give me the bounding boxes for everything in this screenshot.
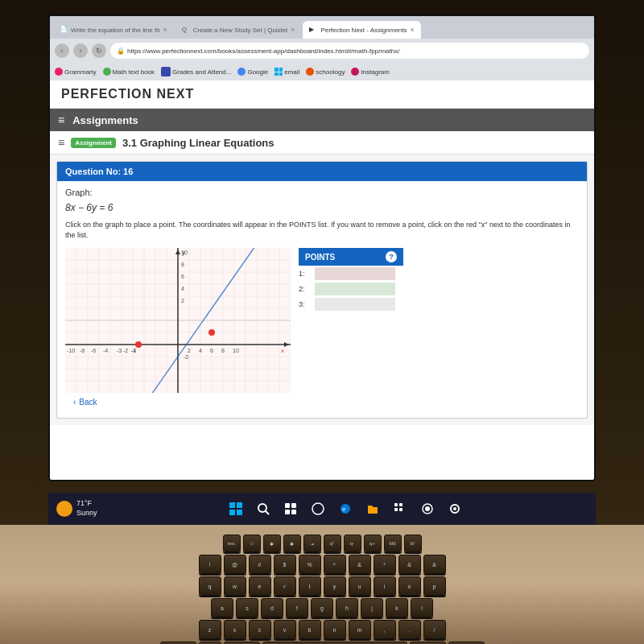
edge-taskbar-icon[interactable]: e (336, 500, 354, 518)
assignment-bar-menu-icon[interactable]: ≡ (58, 136, 64, 149)
bookmark-email-label: email (284, 68, 299, 76)
apps-taskbar-icon[interactable] (391, 500, 409, 518)
key-t[interactable]: t (299, 576, 321, 596)
key-m[interactable]: m (349, 620, 371, 639)
key-f[interactable]: f (286, 598, 308, 617)
points-help-button[interactable]: ? (386, 251, 397, 262)
key-z[interactable]: z (199, 620, 221, 639)
key-comma[interactable]: , (374, 620, 396, 639)
key-q[interactable]: q (199, 576, 221, 596)
key-slash[interactable]: / (423, 620, 446, 639)
key-l[interactable]: l (411, 598, 433, 617)
tab-1-close[interactable]: × (163, 26, 167, 34)
windows-email-icon (275, 68, 283, 76)
search-taskbar-icon[interactable] (254, 500, 272, 518)
key-e[interactable]: e (249, 576, 271, 596)
bookmark-grades[interactable]: Grades and Attend... (161, 67, 231, 76)
key-h[interactable]: h (336, 598, 358, 617)
tab-3-close[interactable]: × (411, 26, 415, 34)
svg-text:8: 8 (181, 262, 184, 267)
bookmark-email[interactable]: email (275, 68, 299, 76)
key-g[interactable]: g (311, 598, 333, 617)
key-j[interactable]: j (361, 598, 383, 617)
svg-text:8: 8 (221, 348, 225, 353)
tab-2[interactable]: Q Create a New Study Set | Quizlet × (175, 21, 302, 39)
key-s[interactable]: s (236, 598, 258, 617)
key-k[interactable]: k (386, 598, 408, 617)
key-y[interactable]: y (324, 576, 346, 596)
key-esc[interactable]: esc (223, 535, 241, 552)
key-a[interactable]: a (211, 598, 233, 617)
key-7[interactable]: * (374, 555, 396, 574)
svg-rect-72 (399, 503, 402, 506)
key-f4[interactable]: ⇥ (303, 535, 321, 552)
key-v[interactable]: v (274, 620, 296, 639)
forward-nav-button[interactable]: › (73, 43, 88, 58)
key-f7[interactable]: q+ (364, 535, 382, 552)
key-9[interactable]: & (423, 555, 446, 574)
svg-text:-10: -10 (67, 348, 75, 353)
key-backtick[interactable]: ! (199, 555, 221, 574)
tab-1[interactable]: 📄 Write the equation of the line th × (53, 21, 174, 39)
key-f9[interactable]: b/ (404, 535, 422, 552)
browser-taskbar-icon[interactable] (309, 500, 327, 518)
back-nav-button[interactable]: ‹ (55, 43, 69, 58)
key-f3[interactable]: ✱ (283, 535, 301, 552)
graph-wrapper[interactable]: y x -10 -8 -6 -4 -4 10 (65, 248, 291, 393)
key-n[interactable]: n (324, 620, 346, 639)
tab-3-active[interactable]: ▶ Perfection Next - Assignments × (303, 21, 420, 39)
refresh-button[interactable]: ↻ (92, 43, 106, 58)
graph-point-1[interactable] (135, 341, 142, 348)
task-view-icon[interactable] (282, 500, 299, 518)
question-number: Question No: 16 (65, 167, 133, 176)
bookmark-google[interactable]: Google (237, 68, 268, 76)
address-field[interactable]: 🔒 https://www.perfectionnext.com/books/a… (110, 43, 589, 59)
key-f5[interactable]: q° (324, 535, 341, 552)
key-f8[interactable]: ldd (384, 535, 402, 552)
key-2[interactable]: # (249, 555, 271, 574)
graph-svg[interactable]: y x -10 -8 -6 -4 -4 10 (65, 248, 291, 393)
key-b[interactable]: b (299, 620, 321, 639)
bookmark-grammarly[interactable]: Grammarly (55, 68, 97, 76)
point-1-input[interactable] (315, 267, 395, 280)
key-f1[interactable]: ☺ (243, 535, 261, 552)
tab-2-close[interactable]: × (291, 26, 295, 34)
taskbar: 71°F Sunny e (48, 493, 596, 525)
key-row-qwerty: q w e r t y u i o p (16, 576, 628, 596)
key-f6[interactable]: q- (344, 535, 361, 552)
bookmark-instagram[interactable]: Instagram (351, 68, 390, 76)
points-help-label: ? (389, 253, 394, 261)
key-6[interactable]: & (349, 555, 371, 574)
page-content: PERFECTION NEXT ≡ Assignments ≡ Assignme… (50, 80, 594, 425)
key-d[interactable]: d (261, 598, 283, 617)
key-row-fn: esc ☺ ✱ ✱ ⇥ q° q- q+ ldd b/ (16, 535, 628, 552)
bookmark-math-textbook[interactable]: Math text book (103, 68, 155, 76)
graph-point-2[interactable] (208, 329, 215, 336)
key-3[interactable]: $ (274, 555, 296, 574)
key-i[interactable]: i (374, 576, 396, 596)
key-f2[interactable]: ✱ (263, 535, 281, 552)
key-period[interactable]: . (398, 620, 421, 639)
key-w[interactable]: w (224, 576, 246, 596)
audio-taskbar-icon[interactable] (419, 500, 436, 518)
key-c[interactable]: c (249, 620, 271, 639)
back-link[interactable]: ‹ Back (65, 393, 579, 411)
windows-start-icon[interactable] (227, 500, 245, 518)
key-4[interactable]: % (299, 555, 321, 574)
taskbar-center: e (104, 500, 588, 518)
settings-taskbar-icon[interactable] (446, 500, 464, 518)
math-textbook-icon (103, 68, 111, 76)
key-r[interactable]: r (274, 576, 296, 596)
point-3-input[interactable] (315, 298, 395, 311)
key-8[interactable]: & (398, 555, 421, 574)
hamburger-icon[interactable]: ≡ (58, 114, 64, 126)
point-2-input[interactable] (315, 283, 395, 295)
key-o[interactable]: o (398, 576, 421, 596)
key-u[interactable]: u (349, 576, 371, 596)
key-x[interactable]: x (224, 620, 246, 639)
files-taskbar-icon[interactable] (364, 500, 382, 518)
key-1[interactable]: @ (224, 555, 246, 574)
bookmark-schoology[interactable]: schoology (306, 68, 345, 76)
key-5[interactable]: ^ (324, 555, 346, 574)
key-p[interactable]: p (423, 576, 446, 596)
